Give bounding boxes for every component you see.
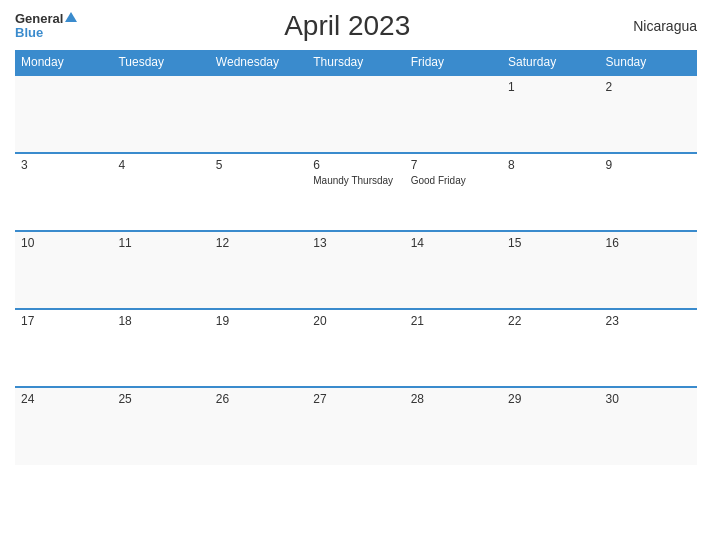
day-number: 25 [118,392,203,406]
day-number: 27 [313,392,398,406]
calendar-cell: 19 [210,309,307,387]
calendar-cell: 30 [600,387,697,465]
calendar-cell: 20 [307,309,404,387]
week-row-1: 12 [15,75,697,153]
calendar-cell: 3 [15,153,112,231]
day-number: 9 [606,158,691,172]
weekday-header-friday: Friday [405,50,502,75]
calendar-cell: 7Good Friday [405,153,502,231]
day-number: 8 [508,158,593,172]
calendar-container: General Blue April 2023 Nicaragua Monday… [0,0,712,550]
calendar-table: MondayTuesdayWednesdayThursdayFridaySatu… [15,50,697,465]
logo-blue-text: Blue [15,26,43,40]
calendar-cell: 26 [210,387,307,465]
day-number: 13 [313,236,398,250]
day-number: 2 [606,80,691,94]
weekday-header-row: MondayTuesdayWednesdayThursdayFridaySatu… [15,50,697,75]
day-number: 26 [216,392,301,406]
calendar-cell: 14 [405,231,502,309]
calendar-cell: 5 [210,153,307,231]
day-number: 24 [21,392,106,406]
day-number: 30 [606,392,691,406]
day-number: 16 [606,236,691,250]
week-row-2: 3456Maundy Thursday7Good Friday89 [15,153,697,231]
day-number: 11 [118,236,203,250]
calendar-cell: 12 [210,231,307,309]
calendar-cell: 8 [502,153,599,231]
day-number: 21 [411,314,496,328]
calendar-cell: 10 [15,231,112,309]
calendar-cell: 21 [405,309,502,387]
day-number: 22 [508,314,593,328]
calendar-cell: 28 [405,387,502,465]
calendar-cell [405,75,502,153]
calendar-cell: 6Maundy Thursday [307,153,404,231]
day-number: 1 [508,80,593,94]
calendar-cell: 23 [600,309,697,387]
calendar-header: General Blue April 2023 Nicaragua [15,10,697,42]
calendar-cell [210,75,307,153]
weekday-header-wednesday: Wednesday [210,50,307,75]
day-number: 7 [411,158,496,172]
event-label: Good Friday [411,174,496,187]
calendar-cell: 25 [112,387,209,465]
day-number: 12 [216,236,301,250]
day-number: 3 [21,158,106,172]
day-number: 23 [606,314,691,328]
calendar-cell: 15 [502,231,599,309]
calendar-cell: 9 [600,153,697,231]
weekday-header-sunday: Sunday [600,50,697,75]
calendar-cell: 2 [600,75,697,153]
calendar-cell [112,75,209,153]
calendar-cell: 29 [502,387,599,465]
logo-triangle-icon [65,12,77,22]
country-label: Nicaragua [617,18,697,34]
day-number: 14 [411,236,496,250]
weekday-header-tuesday: Tuesday [112,50,209,75]
event-label: Maundy Thursday [313,174,398,187]
day-number: 6 [313,158,398,172]
calendar-title: April 2023 [77,10,617,42]
day-number: 28 [411,392,496,406]
weekday-header-saturday: Saturday [502,50,599,75]
calendar-cell: 1 [502,75,599,153]
week-row-3: 10111213141516 [15,231,697,309]
calendar-cell: 4 [112,153,209,231]
calendar-cell [15,75,112,153]
logo: General Blue [15,12,77,41]
weekday-header-thursday: Thursday [307,50,404,75]
day-number: 29 [508,392,593,406]
calendar-cell: 17 [15,309,112,387]
calendar-cell: 11 [112,231,209,309]
week-row-5: 24252627282930 [15,387,697,465]
day-number: 15 [508,236,593,250]
calendar-cell [307,75,404,153]
week-row-4: 17181920212223 [15,309,697,387]
day-number: 19 [216,314,301,328]
day-number: 5 [216,158,301,172]
day-number: 10 [21,236,106,250]
calendar-cell: 24 [15,387,112,465]
logo-general-text: General [15,12,77,26]
day-number: 4 [118,158,203,172]
calendar-cell: 18 [112,309,209,387]
calendar-cell: 27 [307,387,404,465]
calendar-cell: 16 [600,231,697,309]
weekday-header-monday: Monday [15,50,112,75]
day-number: 17 [21,314,106,328]
calendar-cell: 13 [307,231,404,309]
day-number: 20 [313,314,398,328]
day-number: 18 [118,314,203,328]
calendar-cell: 22 [502,309,599,387]
